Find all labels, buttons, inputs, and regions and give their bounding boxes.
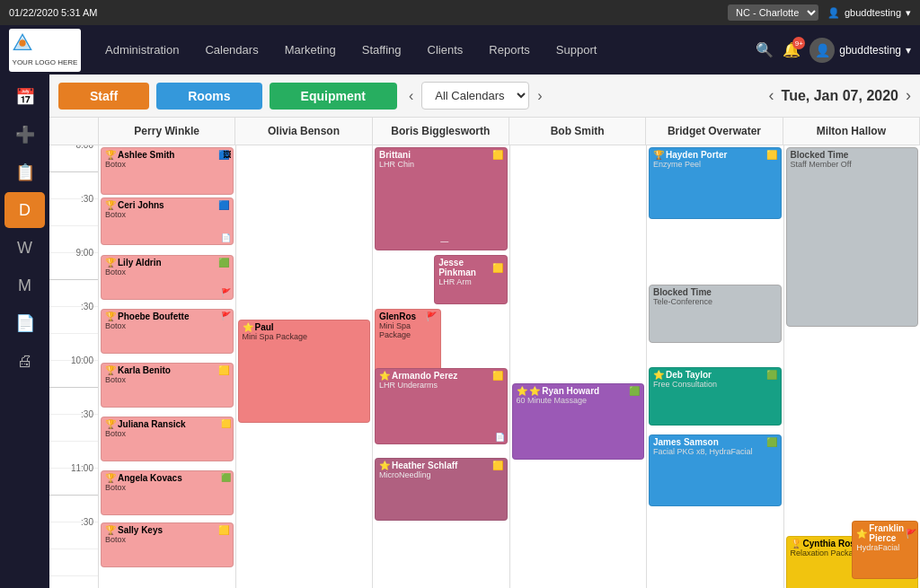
appt-heather-schlaff[interactable]: ⭐ Heather Schlaff 🟨 MicroNeedling xyxy=(375,458,508,521)
svg-point-2 xyxy=(19,39,25,46)
staff-header-olivia: Olivia Benson xyxy=(235,118,372,145)
calendar-grid: Perry Winkle Olivia Benson Boris Biggles… xyxy=(49,118,920,588)
appt-karla-benito[interactable]: 🏆 Karla Benito 🟨 Botox xyxy=(101,363,234,408)
appt-juliana-ransick[interactable]: 🏆 Juliana Ransick Botox 🟨 xyxy=(101,417,234,461)
rooms-tab[interactable]: Rooms xyxy=(156,83,261,110)
sidebar-item-clipboard[interactable]: 📋 xyxy=(4,154,45,190)
user-avatar: 👤 xyxy=(809,38,835,63)
perry-slot-800 xyxy=(99,576,235,588)
sidebar-item-calendar[interactable]: 📅 xyxy=(4,79,45,115)
time-column-header xyxy=(49,118,99,145)
calendar-nav-arrows: ‹ All Calendars › xyxy=(404,82,547,110)
nav-user-arrow: ▾ xyxy=(906,44,911,57)
nav-clients[interactable]: Clients xyxy=(417,36,474,64)
user-dropdown-icon: ▾ xyxy=(906,7,911,19)
time-slot-1100: 11:00 xyxy=(49,469,98,496)
time-slot-900: 9:00 xyxy=(49,253,98,280)
user-info: 👤 gbuddtesting ▾ xyxy=(827,7,911,19)
datetime-display: 01/22/2020 5:31 AM xyxy=(9,7,97,18)
appt-hayden-porter[interactable]: 🏆 Hayden Porter 🟨 Enzyme Peel xyxy=(649,147,782,219)
appt-ryan-howard[interactable]: ⭐ ⭐ Ryan Howard 🟩 60 Minute Massage xyxy=(512,383,645,460)
staff-col-bob: ⭐ ⭐ Ryan Howard 🟩 60 Minute Massage xyxy=(510,145,648,588)
equipment-tab[interactable]: Equipment xyxy=(270,83,397,110)
time-slot-1030: :30 xyxy=(49,415,98,442)
prev-arrow[interactable]: ‹ xyxy=(404,86,418,106)
appt-brittani[interactable]: Brittani 🟨 LHR Chin — xyxy=(375,147,508,250)
staff-header-boris: Boris Bigglesworth xyxy=(373,118,509,145)
sidebar-item-add[interactable]: ➕ xyxy=(4,117,45,153)
appt-sally-keys[interactable]: 🏆 Sally Keys 🟨 Botox xyxy=(101,522,234,567)
sidebar: 📅 ➕ 📋 D W M 📄 🖨 xyxy=(0,75,49,588)
staff-col-boris: Brittani 🟨 LHR Chin — Jesse Pinkman 🟨 LH… xyxy=(373,145,510,588)
location-select[interactable]: NC - Charlotte xyxy=(728,4,818,21)
time-slot-800: 8:00 xyxy=(49,145,98,172)
view-toolbar: Staff Rooms Equipment ‹ All Calendars › … xyxy=(49,75,920,118)
staff-tab[interactable]: Staff xyxy=(58,83,149,110)
top-bar: 01/22/2020 5:31 AM NC - Charlotte 👤 gbud… xyxy=(0,0,920,25)
notification-badge: 9+ xyxy=(792,37,805,49)
logo-area: YOUR LOGO HERE xyxy=(9,29,81,72)
appt-armando-perez[interactable]: ⭐ Armando Perez 🟨 LHR Underarms 📄 xyxy=(375,368,508,444)
staff-col-olivia: ⭐ Paul Mini Spa Package xyxy=(236,145,374,588)
appt-james-samson[interactable]: James Samson 🟩 Facial PKG x8, HydraFacia… xyxy=(649,434,782,506)
staff-header-milton: Milton Hallow xyxy=(783,118,920,145)
appt-ashlee-smith[interactable]: 🏆 Ashlee Smith 🟦 Botox 🖼 xyxy=(101,147,234,195)
time-slot-1000: 10:00 xyxy=(49,361,98,388)
user-icon: 👤 xyxy=(827,7,840,19)
username-display: gbuddtesting xyxy=(845,7,901,18)
sidebar-item-month[interactable]: M xyxy=(4,268,45,303)
time-slot-830: :30 xyxy=(49,199,98,226)
time-slot-1145 xyxy=(49,549,98,576)
main-layout: 📅 ➕ 📋 D W M 📄 🖨 Staff Rooms Equipment ‹ … xyxy=(0,75,920,588)
time-slot-1130: :30 xyxy=(49,522,98,549)
sidebar-item-print[interactable]: 🖨 xyxy=(4,343,45,379)
nav-reports[interactable]: Reports xyxy=(478,36,541,64)
notification-button[interactable]: 🔔 9+ xyxy=(783,41,801,58)
user-menu-button[interactable]: 👤 gbuddtesting ▾ xyxy=(809,38,911,63)
nav-right: 🔍 🔔 9+ 👤 gbuddtesting ▾ xyxy=(756,38,911,63)
staff-columns: 🏆 Ashlee Smith 🟦 Botox 🖼 🏆 Ceri Johns 🟦 … xyxy=(99,145,920,588)
search-button[interactable]: 🔍 xyxy=(756,41,774,58)
nav-support[interactable]: Support xyxy=(545,36,608,64)
time-slot-930: :30 xyxy=(49,307,98,334)
date-nav: ‹ Tue, Jan 07, 2020 › xyxy=(769,86,911,105)
next-date-button[interactable]: › xyxy=(906,86,911,105)
calendar-body: 8:00 :30 9:00 :30 10:00 :30 11:00 xyxy=(49,145,920,588)
appt-jesse-pinkman[interactable]: Jesse Pinkman 🟨 LHR Arm xyxy=(434,255,507,304)
time-column: 8:00 :30 9:00 :30 10:00 :30 11:00 xyxy=(49,145,99,588)
calendar-header: Perry Winkle Olivia Benson Boris Biggles… xyxy=(49,118,920,145)
staff-col-bridget: 🏆 Hayden Porter 🟨 Enzyme Peel Blocked Ti… xyxy=(647,145,784,588)
nav-calendars[interactable]: Calendars xyxy=(194,36,269,64)
appt-ceri-johns[interactable]: 🏆 Ceri Johns 🟦 Botox 📄 xyxy=(101,197,234,245)
appt-blocked-staff-off[interactable]: Blocked Time Staff Member Off xyxy=(786,147,919,327)
content-area: Staff Rooms Equipment ‹ All Calendars › … xyxy=(49,75,920,588)
appt-phoebe-boufette[interactable]: 🏆 Phoebe Boufette Botox 🚩 xyxy=(101,309,234,354)
calendar-wrapper[interactable]: Perry Winkle Olivia Benson Boris Biggles… xyxy=(49,118,920,588)
logo-text: YOUR LOGO HERE xyxy=(13,58,78,67)
appt-angela-kovacs[interactable]: 🏆 Angela Kovacs Botox 🟩 xyxy=(101,470,234,515)
staff-header-perry: Perry Winkle xyxy=(99,118,235,145)
nav-items: Administration Calendars Marketing Staff… xyxy=(94,36,756,64)
sidebar-item-week[interactable]: W xyxy=(4,230,45,266)
staff-col-milton: Blocked Time Staff Member Off 🏆 Cynthia … xyxy=(784,145,921,588)
nav-username: gbuddtesting xyxy=(839,44,901,57)
appt-glenros[interactable]: GlenRos 🚩 Mini Spa Package xyxy=(375,309,441,376)
nav-bar: YOUR LOGO HERE Administration Calendars … xyxy=(0,25,920,75)
appt-franklin-pierce[interactable]: ⭐ Franklin Pierce 🚩 HydraFacial xyxy=(852,521,918,579)
appt-deb-taylor[interactable]: ⭐ Deb Taylor 🟩 Free Consultation xyxy=(649,367,782,426)
sidebar-item-day[interactable]: D xyxy=(4,192,45,228)
staff-col-perry: 🏆 Ashlee Smith 🟦 Botox 🖼 🏆 Ceri Johns 🟦 … xyxy=(99,145,236,588)
sidebar-item-document[interactable]: 📄 xyxy=(4,305,45,341)
next-arrow[interactable]: › xyxy=(533,86,546,106)
calendar-select[interactable]: All Calendars xyxy=(421,82,529,110)
nav-administration[interactable]: Administration xyxy=(94,36,190,64)
staff-header-bridget: Bridget Overwater xyxy=(646,118,783,145)
appt-blocked-tele[interactable]: Blocked Time Tele-Conference xyxy=(649,285,782,343)
nav-marketing[interactable]: Marketing xyxy=(274,36,347,64)
appt-paul[interactable]: ⭐ Paul Mini Spa Package xyxy=(238,320,371,423)
appt-lily-aldrin[interactable]: 🏆 Lily Aldrin 🟩 Botox 🚩 xyxy=(101,255,234,300)
prev-date-button[interactable]: ‹ xyxy=(769,86,774,105)
nav-staffing[interactable]: Staffing xyxy=(351,36,412,64)
date-display: Tue, Jan 07, 2020 xyxy=(782,88,898,104)
staff-header-bob: Bob Smith xyxy=(509,118,646,145)
